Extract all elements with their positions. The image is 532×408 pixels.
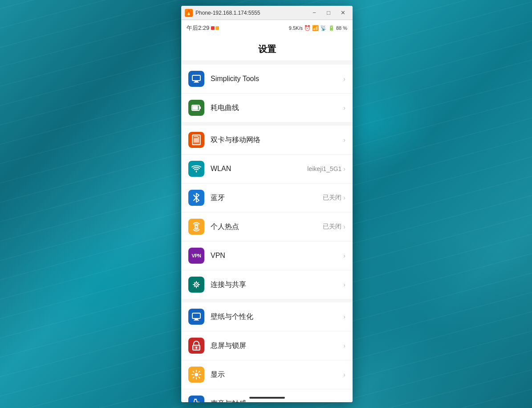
section-personalization: 壁纸与个性化 › 息屏与锁屏 › bbox=[181, 302, 353, 402]
status-time: 午后2:29 bbox=[187, 24, 209, 32]
hotspot-arrow: › bbox=[343, 223, 345, 230]
bluetooth-icon bbox=[188, 190, 204, 206]
close-button[interactable]: ✕ bbox=[337, 8, 349, 18]
hotspot-icon bbox=[188, 219, 204, 235]
item-wallpaper[interactable]: 壁纸与个性化 › bbox=[181, 302, 353, 331]
page-title-bar: 设置 bbox=[181, 36, 353, 61]
dual-sim-arrow: › bbox=[343, 136, 345, 143]
dual-sim-label: 双卡与移动网络 bbox=[211, 135, 343, 145]
network-speed: 9.5K/s bbox=[289, 25, 303, 31]
section-tools: Simplicity Tools › 耗电曲线 › bbox=[181, 65, 353, 122]
svg-rect-2 bbox=[194, 82, 199, 83]
connection-arrow: › bbox=[343, 281, 345, 288]
item-display[interactable]: 显示 › bbox=[181, 360, 353, 389]
wallpaper-label: 壁纸与个性化 bbox=[211, 312, 343, 322]
section-network: 双卡与移动网络 › WLAN leikeji1_5G1 › bbox=[181, 126, 353, 299]
touch-label: 声音与触感 bbox=[211, 399, 343, 403]
wifi-icon: 📡 bbox=[320, 25, 327, 31]
svg-rect-7 bbox=[194, 138, 199, 143]
lock-screen-label: 息屏与锁屏 bbox=[211, 341, 343, 351]
window-title: Phone-192.168.1.174:5555 bbox=[195, 10, 308, 16]
item-battery-curve[interactable]: 耗电曲线 › bbox=[181, 94, 353, 122]
maximize-button[interactable]: □ bbox=[322, 8, 335, 18]
status-dot-red bbox=[211, 26, 215, 30]
item-dual-sim[interactable]: 双卡与移动网络 › bbox=[181, 126, 353, 155]
wlan-icon bbox=[188, 161, 204, 177]
status-bar: 午后2:29 9.5K/s ⏰ 📶 📡 🔋 88 % bbox=[181, 20, 353, 36]
phone-window: 🔥 Phone-192.168.1.174:5555 − □ ✕ 午后2:29 … bbox=[181, 6, 353, 402]
bluetooth-value: 已关闭 bbox=[323, 194, 341, 202]
svg-rect-5 bbox=[200, 106, 201, 109]
touch-icon bbox=[188, 396, 204, 402]
item-bluetooth[interactable]: 蓝牙 已关闭 › bbox=[181, 184, 353, 212]
display-label: 显示 bbox=[211, 370, 343, 379]
svg-rect-11 bbox=[192, 313, 200, 318]
svg-point-8 bbox=[195, 225, 198, 228]
wlan-label: WLAN bbox=[211, 165, 307, 173]
simplicity-tools-label: Simplicity Tools bbox=[211, 75, 343, 83]
hotspot-value: 已关闭 bbox=[323, 223, 341, 231]
bluetooth-label: 蓝牙 bbox=[211, 193, 323, 203]
status-dot-yellow bbox=[215, 26, 219, 30]
simplicity-tools-arrow: › bbox=[343, 75, 345, 82]
battery-curve-icon bbox=[188, 100, 204, 116]
scroll-hint bbox=[249, 397, 285, 399]
display-arrow: › bbox=[343, 371, 345, 378]
svg-rect-0 bbox=[192, 75, 200, 81]
svg-rect-13 bbox=[194, 320, 199, 321]
item-connection[interactable]: 连接与共享 › bbox=[181, 270, 353, 299]
dual-sim-icon bbox=[188, 132, 204, 148]
status-icons bbox=[211, 26, 219, 30]
app-icon: 🔥 bbox=[185, 9, 193, 17]
page-title: 设置 bbox=[258, 44, 276, 54]
signal-icon: 📶 bbox=[312, 25, 319, 31]
bluetooth-arrow: › bbox=[343, 194, 345, 201]
item-hotspot[interactable]: 个人热点 已关闭 › bbox=[181, 212, 353, 241]
wlan-value: leikeji1_5G1 bbox=[307, 165, 341, 172]
status-right: 9.5K/s ⏰ 📶 📡 🔋 88 % bbox=[289, 25, 347, 31]
connection-label: 连接与共享 bbox=[211, 280, 343, 290]
alarm-icon: ⏰ bbox=[304, 25, 311, 31]
item-vpn[interactable]: VPN VPN › bbox=[181, 241, 353, 270]
hotspot-label: 个人热点 bbox=[211, 222, 323, 232]
wlan-arrow: › bbox=[343, 165, 345, 172]
item-wlan[interactable]: WLAN leikeji1_5G1 › bbox=[181, 155, 353, 184]
svg-rect-12 bbox=[195, 319, 198, 320]
battery-icon: 🔋 bbox=[328, 25, 335, 31]
page-content: 设置 Simplicity Tools › bbox=[181, 36, 353, 402]
item-lock-screen[interactable]: 息屏与锁屏 › bbox=[181, 331, 353, 360]
lock-screen-icon bbox=[188, 338, 204, 354]
svg-rect-1 bbox=[195, 81, 198, 82]
window-controls: − □ ✕ bbox=[308, 8, 349, 18]
svg-rect-4 bbox=[193, 106, 198, 110]
wallpaper-icon bbox=[188, 309, 204, 325]
battery-curve-label: 耗电曲线 bbox=[211, 103, 343, 113]
touch-arrow: › bbox=[343, 400, 345, 402]
lock-screen-arrow: › bbox=[343, 342, 345, 349]
svg-point-16 bbox=[195, 373, 198, 376]
wallpaper-arrow: › bbox=[343, 313, 345, 320]
simplicity-tools-icon bbox=[188, 71, 204, 87]
vpn-icon: VPN bbox=[188, 248, 204, 264]
item-simplicity-tools[interactable]: Simplicity Tools › bbox=[181, 65, 353, 94]
connection-icon bbox=[188, 277, 204, 293]
battery-percent: 88 bbox=[336, 25, 341, 31]
title-bar: 🔥 Phone-192.168.1.174:5555 − □ ✕ bbox=[181, 6, 353, 20]
vpn-arrow: › bbox=[343, 252, 345, 259]
vpn-label: VPN bbox=[211, 252, 343, 260]
battery-unit: % bbox=[343, 25, 347, 31]
battery-curve-arrow: › bbox=[343, 104, 345, 111]
item-touch[interactable]: 声音与触感 › bbox=[181, 389, 353, 402]
minimize-button[interactable]: − bbox=[308, 8, 321, 18]
display-icon bbox=[188, 367, 204, 383]
svg-point-10 bbox=[196, 284, 197, 286]
vpn-text: VPN bbox=[191, 253, 201, 258]
